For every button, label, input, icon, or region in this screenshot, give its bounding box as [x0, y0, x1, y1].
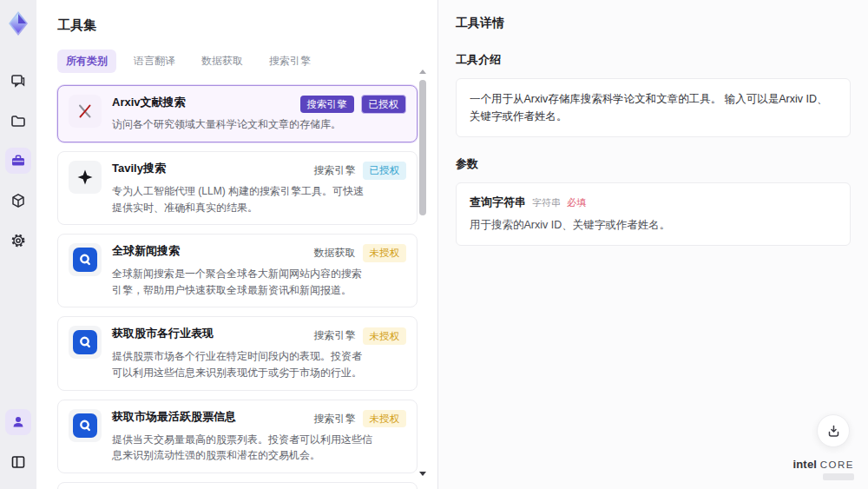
scrollbar-thumb[interactable]: [419, 80, 426, 215]
tool-card-global-news[interactable]: 全球新闻搜索 数据获取 未授权 全球新闻搜索是一个聚合全球各大新闻网站内容的搜索…: [57, 234, 418, 307]
params-heading: 参数: [456, 156, 851, 172]
category-badge: 搜索引擎: [300, 96, 354, 113]
user-avatar-icon[interactable]: [5, 409, 31, 435]
auth-status-badge: 已授权: [361, 95, 407, 114]
left-rail: [0, 0, 36, 489]
tool-card-list: Arxiv文献搜索 搜索引擎 已授权 访问各个研究领域大量科学论文和文章的存储库…: [57, 85, 418, 489]
category-label: 搜索引擎: [314, 161, 356, 181]
scrollbar-up-arrow-icon[interactable]: [419, 69, 426, 74]
detail-title: 工具详情: [456, 16, 851, 31]
list-scrollbar[interactable]: [419, 69, 426, 479]
collapse-panel-icon[interactable]: [5, 449, 31, 475]
tool-name: Arxiv文献搜索: [112, 95, 186, 110]
auth-status-badge: 未授权: [363, 410, 407, 427]
page-title: 工具集: [57, 17, 417, 34]
tool-name: 获取股市各行业表现: [112, 326, 214, 341]
auth-status-badge: 未授权: [363, 327, 407, 345]
tool-card-regional-news[interactable]: 万维地区新闻查询 搜索引擎 未授权 查询具体行政区划内的新闻，快速了解各地新闻动: [57, 482, 418, 489]
tool-description: 访问各个研究领域大量科学论文和文章的存储库。: [112, 116, 406, 133]
tool-card-tavily[interactable]: Tavily搜索 搜索引擎 已授权 专为人工智能代理 (LLM) 构建的搜索引擎…: [57, 151, 418, 225]
param-type: 字符串: [532, 196, 561, 209]
tab-data-acquisition[interactable]: 数据获取: [193, 50, 252, 73]
intro-text: 一个用于从Arxiv存储库搜索科学论文和文章的工具。 输入可以是Arxiv ID…: [470, 90, 837, 125]
scrollbar-down-arrow-icon[interactable]: [419, 472, 426, 476]
nav-settings-gear-icon[interactable]: [5, 228, 31, 254]
tool-name: Tavily搜索: [112, 161, 166, 176]
tool-description: 全球新闻搜索是一个聚合全球各大新闻网站内容的搜索引擎，帮助用户快速获取全球最新资…: [112, 266, 368, 298]
intel-core-logo: intel CORE: [792, 458, 854, 480]
blue-q-icon: [69, 243, 102, 276]
intro-heading: 工具介绍: [456, 52, 851, 68]
auth-status-badge: 已授权: [363, 162, 407, 179]
param-name: 查询字符串: [470, 195, 526, 210]
app-window: 工具集 所有类别 语言翻译 数据获取 搜索引擎 Arxiv文献搜索: [0, 0, 868, 489]
category-tabs: 所有类别 语言翻译 数据获取 搜索引擎: [57, 50, 417, 73]
tool-name: 全球新闻搜索: [112, 243, 180, 259]
tool-card-sector-performance[interactable]: 获取股市各行业表现 搜索引擎 未授权 提供股票市场各个行业在特定时间段内的表现。…: [57, 316, 418, 390]
tab-search-engine[interactable]: 搜索引擎: [260, 50, 319, 73]
sparkle-star-icon: [69, 161, 102, 194]
param-box: 查询字符串 字符串 必填 用于搜索的Arxiv ID、关键字或作者姓名。: [456, 182, 851, 246]
intel-logo-watermark: [823, 473, 854, 480]
category-label: 搜索引擎: [314, 326, 356, 346]
core-wordmark: CORE: [820, 459, 854, 470]
param-description: 用于搜索的Arxiv ID、关键字或作者姓名。: [470, 217, 837, 234]
param-required-badge: 必填: [567, 196, 586, 209]
blue-q-icon: [69, 326, 102, 359]
tab-all-categories[interactable]: 所有类别: [57, 50, 116, 73]
nav-folder-icon[interactable]: [5, 108, 31, 134]
tool-description: 提供当天交易量最高的股票列表。投资者可以利用这些信息来识别流动性强的股票和潜在的…: [112, 432, 372, 464]
tool-detail-panel: 工具详情 工具介绍 一个用于从Arxiv存储库搜索科学论文和文章的工具。 输入可…: [438, 0, 868, 489]
tool-card-arxiv[interactable]: Arxiv文献搜索 搜索引擎 已授权 访问各个研究领域大量科学论文和文章的存储库…: [57, 85, 418, 142]
category-label: 数据获取: [314, 243, 356, 263]
tool-name: 获取市场最活跃股票信息: [112, 409, 236, 425]
arxiv-x-icon: [69, 95, 102, 128]
intro-box: 一个用于从Arxiv存储库搜索科学论文和文章的工具。 输入可以是Arxiv ID…: [456, 78, 851, 137]
app-logo-icon: [3, 9, 33, 38]
nav-toolbox-icon[interactable]: [5, 148, 31, 174]
auth-status-badge: 未授权: [363, 244, 407, 261]
tool-list-panel: 工具集 所有类别 语言翻译 数据获取 搜索引擎 Arxiv文献搜索: [36, 0, 438, 489]
download-button[interactable]: [817, 414, 850, 447]
tool-description: 提供股票市场各个行业在特定时间段内的表现。投资者可以利用这些信息来识别表现优于或…: [112, 348, 368, 380]
nav-chat-icon[interactable]: [5, 68, 31, 94]
tool-card-most-active-stocks[interactable]: 获取市场最活跃股票信息 搜索引擎 未授权 提供当天交易量最高的股票列表。投资者可…: [57, 400, 418, 473]
tab-language-translation[interactable]: 语言翻译: [125, 50, 184, 73]
category-label: 搜索引擎: [314, 409, 356, 429]
intel-wordmark: intel: [792, 458, 817, 471]
tool-description: 专为人工智能代理 (LLM) 构建的搜索引擎工具。可快速提供实时、准确和真实的结…: [112, 183, 372, 215]
blue-q-icon: [69, 409, 102, 442]
nav-cube-icon[interactable]: [5, 188, 31, 214]
